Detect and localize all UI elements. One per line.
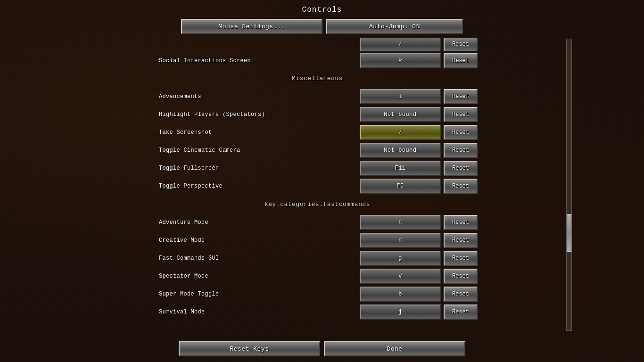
row-survival-mode: Survival Mode j Reset [157,304,478,321]
reset-toggle-perspective[interactable]: Reset [444,179,478,194]
reset-survival-mode[interactable]: Reset [444,304,478,320]
main-content: / Reset Social Interactions Screen P Res… [72,38,572,344]
key-advancements[interactable]: l [360,89,441,104]
bottom-buttons: Reset Keys Done [179,341,465,356]
label-toggle-cinematic: Toggle Cinematic Camera [157,147,360,154]
reset-fast-commands-gui[interactable]: Reset [444,251,478,266]
label-social-interactions: Social Interactions Screen [157,58,360,64]
scroll-area[interactable]: / Reset Social Interactions Screen P Res… [72,38,564,344]
reset-creative-mode[interactable]: Reset [444,233,478,248]
mouse-settings-button[interactable]: Mouse Settings... [181,19,322,34]
label-adventure-mode: Adventure Mode [157,219,360,226]
scrollbar-thumb[interactable] [567,214,571,252]
key-adventure-mode[interactable]: h [360,215,441,230]
row-super-mode-toggle: Super Mode Toggle b Reset [157,286,478,303]
label-highlight-players: Highlight Players (Spectators) [157,111,360,118]
row-fast-commands-gui: Fast Commands GUI g Reset [157,250,478,267]
row-take-screenshot: Take Screenshot / Reset [157,124,478,141]
scrollbar-track[interactable] [566,39,572,331]
key-spectator-mode[interactable]: v [360,269,441,284]
key-toggle-cinematic[interactable]: Not bound [360,143,441,158]
label-creative-mode: Creative Mode [157,237,360,244]
label-spectator-mode: Spectator Mode [157,273,360,280]
label-toggle-perspective: Toggle Perspective [157,183,360,189]
row-social-interactions: Social Interactions Screen P Reset [157,52,478,69]
row-creative-mode: Creative Mode n Reset [157,232,478,249]
done-button[interactable]: Done [324,341,465,356]
top-buttons: Mouse Settings... Auto-Jump: ON [72,19,572,34]
row-toggle-fullscreen: Toggle Fullscreen F11 Reset [157,160,478,177]
label-toggle-fullscreen: Toggle Fullscreen [157,165,360,172]
reset-toggle-cinematic[interactable]: Reset [444,143,478,158]
header-fastcommands: key.categories.fastcommands [157,196,478,213]
row-spectator-mode: Spectator Mode v Reset [157,268,478,285]
section-label-miscellaneous: Miscellaneous [157,75,478,82]
key-super-mode-toggle[interactable]: b [360,287,441,302]
key-toggle-fullscreen[interactable]: F11 [360,161,441,176]
row-adventure-mode: Adventure Mode h Reset [157,214,478,231]
row-advancements: Advancements l Reset [157,88,478,105]
key-survival-mode[interactable]: j [360,304,441,320]
label-fast-commands-gui: Fast Commands GUI [157,255,360,262]
reset-spectator-mode[interactable]: Reset [444,269,478,284]
reset-adventure-mode[interactable]: Reset [444,215,478,230]
key-toggle-perspective[interactable]: F5 [360,179,441,194]
label-advancements: Advancements [157,93,360,100]
label-super-mode-toggle: Super Mode Toggle [157,291,360,297]
main-container: Controls Mouse Settings... Auto-Jump: ON… [72,0,572,344]
clipped-row: / Reset [157,38,478,51]
reset-social-interactions[interactable]: Reset [444,53,478,68]
key-take-screenshot[interactable]: / [360,125,441,140]
key-highlight-players[interactable]: Not bound [360,107,441,122]
reset-keys-button[interactable]: Reset Keys [179,341,320,356]
reset-take-screenshot[interactable]: Reset [444,125,478,140]
key-social-interactions[interactable]: P [360,53,441,68]
reset-advancements[interactable]: Reset [444,89,478,104]
auto-jump-button[interactable]: Auto-Jump: ON [326,19,463,34]
row-highlight-players: Highlight Players (Spectators) Not bound… [157,106,478,123]
row-toggle-perspective: Toggle Perspective F5 Reset [157,178,478,195]
reset-toggle-fullscreen[interactable]: Reset [444,161,478,176]
row-toggle-cinematic: Toggle Cinematic Camera Not bound Reset [157,142,478,159]
clipped-reset-btn[interactable]: Reset [444,38,478,51]
clipped-key-btn[interactable]: / [360,38,441,51]
reset-highlight-players[interactable]: Reset [444,107,478,122]
reset-super-mode-toggle[interactable]: Reset [444,287,478,302]
key-creative-mode[interactable]: n [360,233,441,248]
section-label-fastcommands: key.categories.fastcommands [157,201,478,208]
page-title: Controls [302,6,342,14]
label-take-screenshot: Take Screenshot [157,129,360,136]
header-miscellaneous: Miscellaneous [157,70,478,87]
label-survival-mode: Survival Mode [157,309,360,315]
key-fast-commands-gui[interactable]: g [360,251,441,266]
